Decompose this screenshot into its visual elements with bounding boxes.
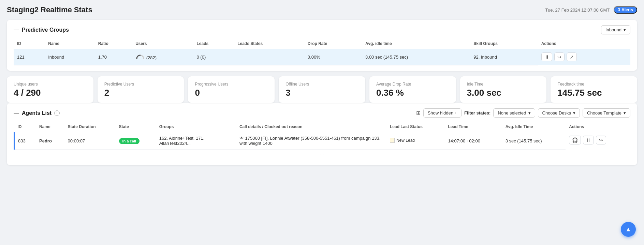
predictive-groups-title: — Predictive Groups: [14, 27, 69, 33]
col-id: ID: [14, 122, 36, 132]
avg-drop-rate-label: Average Drop Rate: [376, 82, 449, 87]
unique-users-value: 4 / 290: [14, 88, 87, 98]
collapse-icon[interactable]: —: [14, 27, 19, 33]
idle-time-card: Idle Time 3.00 sec: [460, 76, 547, 103]
agent-lead-time: 14:07:00 +02:00: [445, 132, 502, 150]
choose-desks-label: Choose Desks: [542, 110, 571, 116]
agents-list-tbody: 833 Pedro 00:00:07 In a call 162. Aldrin…: [14, 132, 631, 150]
predictive-groups-header-row: ID Name Ratio Users Leads Leads States D…: [14, 39, 630, 49]
new-lead-badge: New Lead: [390, 138, 415, 143]
col-state-duration: State Duration: [64, 122, 116, 132]
inbound-filter-dropdown[interactable]: Inbound ▾: [601, 25, 630, 34]
predictive-groups-thead: ID Name Ratio Users Leads Leads States D…: [14, 39, 630, 49]
chevron-down-icon: ▾: [573, 110, 575, 116]
unique-users-label: Unique users: [14, 82, 87, 87]
row-id: 121: [14, 49, 45, 65]
external-link-button[interactable]: ↗: [567, 52, 577, 61]
transfer-button[interactable]: ↪: [596, 136, 606, 144]
agents-list-card: — Agents List i ⊞ Show hidden + Filter s…: [7, 103, 637, 165]
col-groups: Groups: [156, 122, 236, 132]
col-call-details: Call details / Clocked out reason: [236, 122, 386, 132]
col-id: ID: [14, 39, 45, 49]
agent-lead-last-status: New Lead: [386, 132, 445, 150]
col-name: Name: [45, 39, 95, 49]
row-users: (282): [132, 49, 193, 65]
pause-button[interactable]: ⏸: [541, 52, 552, 61]
row-leads: 0 (0): [193, 49, 234, 65]
col-state: State: [116, 122, 156, 132]
agent-groups: 162. Aldrine+Test, 171. AllanTest2024...: [156, 132, 236, 150]
avg-drop-rate-card: Average Drop Rate 0.36 %: [369, 76, 456, 103]
inbound-filter-value: Inbound: [605, 27, 621, 32]
info-icon[interactable]: i: [54, 110, 60, 116]
header-right: Tue, 27 Feb 2024 12:07:00 GMT 3 Alerts: [545, 6, 637, 14]
progressive-users-card: Progressive Users 0: [188, 76, 275, 103]
call-detail-icon: 👁: [239, 136, 244, 141]
agent-state-duration: 00:00:07: [64, 132, 116, 150]
chevron-down-icon: ▾: [624, 27, 626, 32]
predictive-users-label: Predictive Users: [104, 82, 177, 87]
row-actions: ⏸ ↪ ↗: [538, 49, 630, 65]
predictive-users-value: 2: [104, 88, 177, 98]
gauge-icon: [135, 55, 146, 60]
agent-avg-idle: 3 sec (145.75 sec): [502, 132, 566, 150]
offline-users-card: Offline Users 3: [279, 76, 365, 103]
agent-state: In a call: [116, 132, 156, 150]
stats-row: Unique users 4 / 290 Predictive Users 2 …: [7, 76, 637, 103]
predictive-groups-table: ID Name Ratio Users Leads Leads States D…: [14, 39, 630, 65]
agents-controls: ⊞ Show hidden + Filter states: None sele…: [416, 108, 630, 118]
datetime: Tue, 27 Feb 2024 12:07:00 GMT: [545, 7, 610, 13]
agents-header-row: ID Name State Duration State Groups Call…: [14, 122, 631, 132]
col-leads: Leads: [193, 39, 234, 49]
col-drop-rate: Drop Rate: [304, 39, 362, 49]
col-leads-states: Leads States: [234, 39, 304, 49]
row-name: Inbound: [45, 49, 95, 65]
agent-actions: 🎧 ⏸ ↪: [566, 132, 630, 148]
idle-time-value: 3.00 sec: [467, 88, 540, 98]
agents-list-header: — Agents List i ⊞ Show hidden + Filter s…: [14, 108, 630, 118]
idle-time-label: Idle Time: [467, 82, 540, 87]
headset-button[interactable]: 🎧: [569, 136, 581, 144]
row-skill-groups: 92. Inbound: [470, 49, 538, 65]
forward-button[interactable]: ↪: [554, 52, 565, 61]
page-header: Staging2 Realtime Stats Tue, 27 Feb 2024…: [7, 5, 637, 14]
progressive-users-value: 0: [195, 88, 268, 98]
table-row: 833 Pedro 00:00:07 In a call 162. Aldrin…: [14, 132, 631, 150]
col-avg-idle: Avg. idle time: [362, 39, 470, 49]
fab-icon: ▲: [625, 226, 631, 233]
show-hidden-button[interactable]: Show hidden +: [423, 108, 462, 118]
col-actions: Actions: [538, 39, 630, 49]
predictive-groups-card: — Predictive Groups Inbound ▾ ID Name Ra…: [7, 20, 637, 71]
col-users: Users: [132, 39, 193, 49]
none-selected-dropdown[interactable]: None selected ▾: [493, 108, 535, 118]
none-selected-value: None selected: [498, 110, 526, 116]
agent-id: 833: [14, 132, 36, 150]
col-ratio: Ratio: [95, 39, 132, 49]
scroll-hint: ···: [14, 150, 630, 160]
row-drop-rate: 0.00%: [304, 49, 362, 65]
filter-states-label: Filter states:: [464, 110, 491, 116]
chevron-down-icon: ▾: [528, 110, 531, 116]
agents-list-table: ID Name State Duration State Groups Call…: [14, 122, 630, 150]
row-ratio: 1.70: [95, 49, 132, 65]
choose-desks-dropdown[interactable]: Choose Desks ▾: [538, 108, 580, 118]
agents-title-area: — Agents List i: [14, 110, 60, 116]
pause-agent-button[interactable]: ⏸: [583, 136, 594, 144]
lead-color-indicator: [390, 138, 395, 143]
col-lead-time: Lead Time: [445, 122, 502, 132]
choose-template-dropdown[interactable]: Choose Template ▾: [583, 108, 630, 118]
agents-list-thead: ID Name State Duration State Groups Call…: [14, 122, 631, 132]
page-title: Staging2 Realtime Stats: [7, 5, 92, 14]
choose-template-label: Choose Template: [587, 110, 621, 116]
fab-button[interactable]: ▲: [621, 222, 636, 237]
agents-list-title: Agents List: [22, 110, 52, 116]
alerts-button[interactable]: 3 Alerts: [614, 6, 637, 14]
row-avg-idle: 3.00 sec (145.75 sec): [362, 49, 470, 65]
feedback-time-card: Feedback time 145.75 sec: [551, 76, 637, 103]
avg-drop-rate-value: 0.36 %: [376, 88, 449, 98]
row-leads-states: [234, 49, 304, 65]
agents-collapse-icon[interactable]: —: [14, 110, 19, 116]
grid-view-icon[interactable]: ⊞: [416, 110, 421, 116]
in-call-badge: In a call: [119, 138, 140, 144]
progressive-users-label: Progressive Users: [195, 82, 268, 87]
